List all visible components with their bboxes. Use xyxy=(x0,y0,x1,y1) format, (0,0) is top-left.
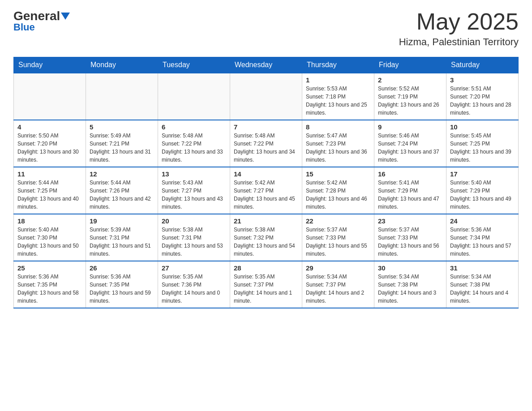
day-number: 13 xyxy=(162,170,226,178)
day-info: Sunrise: 5:47 AM Sunset: 7:23 PM Dayligh… xyxy=(306,132,370,164)
weekday-header-friday: Friday xyxy=(374,57,446,73)
day-info: Sunrise: 5:38 AM Sunset: 7:32 PM Dayligh… xyxy=(234,226,298,258)
day-info: Sunrise: 5:36 AM Sunset: 7:34 PM Dayligh… xyxy=(450,226,515,258)
calendar-cell: 26Sunrise: 5:36 AM Sunset: 7:35 PM Dayli… xyxy=(86,261,158,308)
day-info: Sunrise: 5:44 AM Sunset: 7:25 PM Dayligh… xyxy=(17,179,82,211)
calendar-cell: 15Sunrise: 5:42 AM Sunset: 7:28 PM Dayli… xyxy=(302,167,374,214)
calendar-cell: 13Sunrise: 5:43 AM Sunset: 7:27 PM Dayli… xyxy=(158,167,230,214)
logo-triangle-icon xyxy=(61,13,70,20)
day-number: 19 xyxy=(90,217,154,225)
weekday-header-wednesday: Wednesday xyxy=(230,57,302,73)
location-title: Hizma, Palestinian Territory xyxy=(399,36,519,48)
day-info: Sunrise: 5:48 AM Sunset: 7:22 PM Dayligh… xyxy=(234,132,298,164)
day-number: 25 xyxy=(17,264,82,272)
day-number: 27 xyxy=(162,264,226,272)
day-info: Sunrise: 5:50 AM Sunset: 7:20 PM Dayligh… xyxy=(17,132,82,164)
day-number: 6 xyxy=(162,123,226,131)
month-title: May 2025 xyxy=(399,9,519,34)
calendar-week-row: 25Sunrise: 5:36 AM Sunset: 7:35 PM Dayli… xyxy=(14,261,519,308)
day-info: Sunrise: 5:42 AM Sunset: 7:27 PM Dayligh… xyxy=(234,179,298,211)
calendar-cell: 19Sunrise: 5:39 AM Sunset: 7:31 PM Dayli… xyxy=(86,214,158,261)
calendar-cell: 4Sunrise: 5:50 AM Sunset: 7:20 PM Daylig… xyxy=(14,120,86,167)
day-info: Sunrise: 5:39 AM Sunset: 7:31 PM Dayligh… xyxy=(90,226,154,258)
calendar-cell xyxy=(230,73,302,120)
calendar-cell: 17Sunrise: 5:40 AM Sunset: 7:29 PM Dayli… xyxy=(446,167,519,214)
calendar-week-row: 4Sunrise: 5:50 AM Sunset: 7:20 PM Daylig… xyxy=(14,120,519,167)
day-info: Sunrise: 5:40 AM Sunset: 7:29 PM Dayligh… xyxy=(450,179,515,211)
day-info: Sunrise: 5:51 AM Sunset: 7:20 PM Dayligh… xyxy=(450,85,515,117)
day-number: 10 xyxy=(450,123,515,131)
day-info: Sunrise: 5:46 AM Sunset: 7:24 PM Dayligh… xyxy=(378,132,442,164)
day-number: 9 xyxy=(378,123,442,131)
weekday-header-thursday: Thursday xyxy=(302,57,374,73)
calendar-cell: 20Sunrise: 5:38 AM Sunset: 7:31 PM Dayli… xyxy=(158,214,230,261)
day-number: 18 xyxy=(17,217,82,225)
day-info: Sunrise: 5:37 AM Sunset: 7:33 PM Dayligh… xyxy=(306,226,370,258)
day-info: Sunrise: 5:35 AM Sunset: 7:36 PM Dayligh… xyxy=(162,273,226,305)
title-area: May 2025 Hizma, Palestinian Territory xyxy=(399,9,519,48)
day-info: Sunrise: 5:37 AM Sunset: 7:33 PM Dayligh… xyxy=(378,226,442,258)
calendar-cell: 6Sunrise: 5:48 AM Sunset: 7:22 PM Daylig… xyxy=(158,120,230,167)
day-number: 14 xyxy=(234,170,298,178)
calendar-cell: 2Sunrise: 5:52 AM Sunset: 7:19 PM Daylig… xyxy=(374,73,446,120)
day-number: 30 xyxy=(378,264,442,272)
calendar-week-row: 1Sunrise: 5:53 AM Sunset: 7:18 PM Daylig… xyxy=(14,73,519,120)
calendar-cell: 27Sunrise: 5:35 AM Sunset: 7:36 PM Dayli… xyxy=(158,261,230,308)
calendar-cell: 1Sunrise: 5:53 AM Sunset: 7:18 PM Daylig… xyxy=(302,73,374,120)
day-info: Sunrise: 5:40 AM Sunset: 7:30 PM Dayligh… xyxy=(17,226,82,258)
day-info: Sunrise: 5:34 AM Sunset: 7:37 PM Dayligh… xyxy=(306,273,370,305)
weekday-header-sunday: Sunday xyxy=(14,57,86,73)
day-info: Sunrise: 5:38 AM Sunset: 7:31 PM Dayligh… xyxy=(162,226,226,258)
day-info: Sunrise: 5:36 AM Sunset: 7:35 PM Dayligh… xyxy=(90,273,154,305)
calendar-cell: 29Sunrise: 5:34 AM Sunset: 7:37 PM Dayli… xyxy=(302,261,374,308)
day-number: 2 xyxy=(378,76,442,84)
day-number: 12 xyxy=(90,170,154,178)
day-number: 22 xyxy=(306,217,370,225)
calendar-cell xyxy=(86,73,158,120)
logo: General Blue xyxy=(13,9,71,33)
day-number: 28 xyxy=(234,264,298,272)
day-number: 16 xyxy=(378,170,442,178)
header: General Blue May 2025 Hizma, Palestinian… xyxy=(13,9,519,48)
day-info: Sunrise: 5:44 AM Sunset: 7:26 PM Dayligh… xyxy=(90,179,154,211)
day-info: Sunrise: 5:41 AM Sunset: 7:29 PM Dayligh… xyxy=(378,179,442,211)
calendar-cell: 21Sunrise: 5:38 AM Sunset: 7:32 PM Dayli… xyxy=(230,214,302,261)
calendar-cell: 18Sunrise: 5:40 AM Sunset: 7:30 PM Dayli… xyxy=(14,214,86,261)
calendar: SundayMondayTuesdayWednesdayThursdayFrid… xyxy=(13,57,519,308)
calendar-week-row: 11Sunrise: 5:44 AM Sunset: 7:25 PM Dayli… xyxy=(14,167,519,214)
day-number: 5 xyxy=(90,123,154,131)
calendar-cell: 30Sunrise: 5:34 AM Sunset: 7:38 PM Dayli… xyxy=(374,261,446,308)
calendar-cell: 31Sunrise: 5:34 AM Sunset: 7:38 PM Dayli… xyxy=(446,261,519,308)
calendar-cell: 16Sunrise: 5:41 AM Sunset: 7:29 PM Dayli… xyxy=(374,167,446,214)
day-number: 20 xyxy=(162,217,226,225)
calendar-cell: 22Sunrise: 5:37 AM Sunset: 7:33 PM Dayli… xyxy=(302,214,374,261)
day-number: 21 xyxy=(234,217,298,225)
calendar-cell: 8Sunrise: 5:47 AM Sunset: 7:23 PM Daylig… xyxy=(302,120,374,167)
calendar-cell: 3Sunrise: 5:51 AM Sunset: 7:20 PM Daylig… xyxy=(446,73,519,120)
day-number: 15 xyxy=(306,170,370,178)
calendar-header-row: SundayMondayTuesdayWednesdayThursdayFrid… xyxy=(14,57,519,73)
day-number: 17 xyxy=(450,170,515,178)
calendar-cell: 7Sunrise: 5:48 AM Sunset: 7:22 PM Daylig… xyxy=(230,120,302,167)
weekday-header-monday: Monday xyxy=(86,57,158,73)
weekday-header-saturday: Saturday xyxy=(446,57,519,73)
day-info: Sunrise: 5:34 AM Sunset: 7:38 PM Dayligh… xyxy=(378,273,442,305)
day-number: 31 xyxy=(450,264,515,272)
calendar-cell: 25Sunrise: 5:36 AM Sunset: 7:35 PM Dayli… xyxy=(14,261,86,308)
calendar-cell: 11Sunrise: 5:44 AM Sunset: 7:25 PM Dayli… xyxy=(14,167,86,214)
day-number: 11 xyxy=(17,170,82,178)
calendar-cell: 9Sunrise: 5:46 AM Sunset: 7:24 PM Daylig… xyxy=(374,120,446,167)
day-info: Sunrise: 5:45 AM Sunset: 7:25 PM Dayligh… xyxy=(450,132,515,164)
day-number: 26 xyxy=(90,264,154,272)
calendar-cell: 24Sunrise: 5:36 AM Sunset: 7:34 PM Dayli… xyxy=(446,214,519,261)
day-number: 8 xyxy=(306,123,370,131)
day-number: 3 xyxy=(450,76,515,84)
day-number: 7 xyxy=(234,123,298,131)
calendar-cell: 23Sunrise: 5:37 AM Sunset: 7:33 PM Dayli… xyxy=(374,214,446,261)
day-number: 4 xyxy=(17,123,82,131)
calendar-cell: 28Sunrise: 5:35 AM Sunset: 7:37 PM Dayli… xyxy=(230,261,302,308)
day-number: 1 xyxy=(306,76,370,84)
day-info: Sunrise: 5:34 AM Sunset: 7:38 PM Dayligh… xyxy=(450,273,515,305)
day-number: 23 xyxy=(378,217,442,225)
logo-blue: Blue xyxy=(13,21,35,33)
